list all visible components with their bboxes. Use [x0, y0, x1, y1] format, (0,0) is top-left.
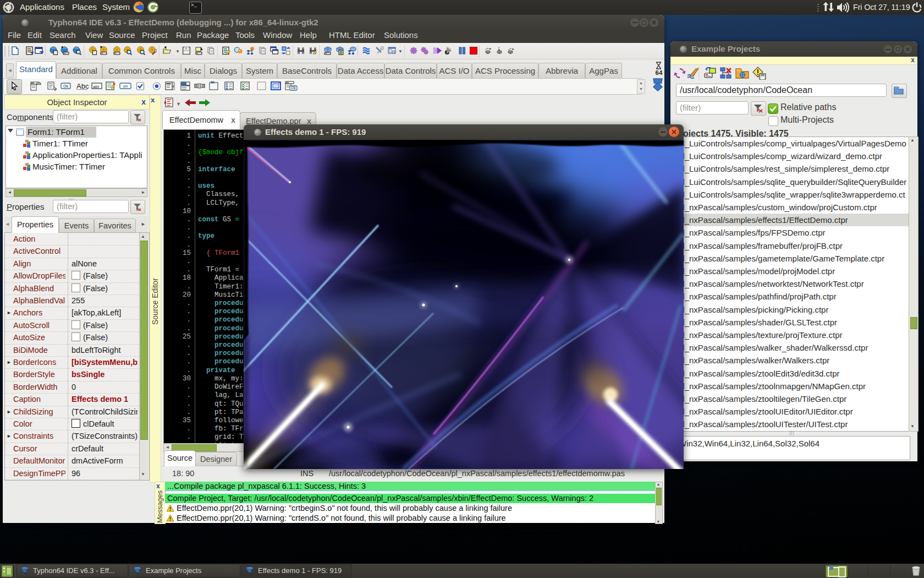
- svg-text:Ok: Ok: [63, 84, 68, 88]
- svg-text:on: on: [123, 84, 128, 89]
- svg-text:Abc: Abc: [76, 82, 89, 90]
- svg-text:abI: abI: [93, 84, 99, 89]
- svg-text:Ok: Ok: [291, 86, 296, 90]
